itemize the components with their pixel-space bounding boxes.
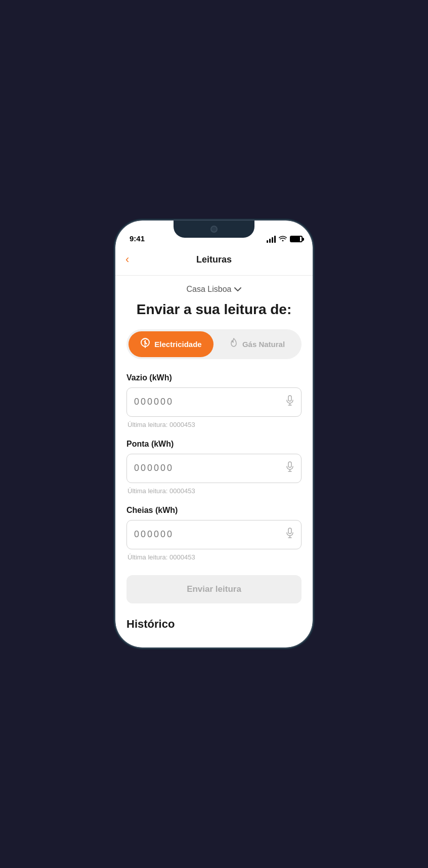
input-wrapper-1 xyxy=(126,454,302,483)
electricity-tab[interactable]: Electricidade xyxy=(129,331,213,357)
gas-tab[interactable]: Gás Natural xyxy=(215,331,299,357)
back-button[interactable]: ‹ xyxy=(125,251,133,268)
phone-frame: 9:41 xyxy=(115,221,313,647)
last-reading-0: Última leitura: 0000453 xyxy=(127,421,302,428)
chevron-down-icon xyxy=(234,285,241,293)
field-group-1: Ponta (kWh) Última leitura: 0000453 xyxy=(126,440,302,495)
field-group-2: Cheias (kWh) Última leitura: 0000453 xyxy=(126,506,302,561)
field-label-0: Vazio (kWh) xyxy=(126,373,302,382)
svg-rect-1 xyxy=(288,396,291,401)
mic-icon-1[interactable] xyxy=(286,461,294,475)
svg-rect-4 xyxy=(288,462,291,467)
svg-rect-7 xyxy=(288,528,291,534)
field-input-2[interactable] xyxy=(134,529,286,540)
submit-button[interactable]: Enviar leitura xyxy=(126,575,302,603)
mic-icon-2[interactable] xyxy=(286,528,294,541)
input-wrapper-0 xyxy=(126,387,302,417)
main-title: Enviar a sua leitura de: xyxy=(126,301,302,318)
camera xyxy=(210,226,218,233)
battery-icon xyxy=(290,236,303,242)
field-input-0[interactable] xyxy=(134,397,286,407)
status-icons xyxy=(267,235,303,243)
electricity-label: Electricidade xyxy=(154,340,201,349)
electricity-icon xyxy=(140,337,150,351)
location-selector[interactable]: Casa Lisboa xyxy=(126,276,302,298)
last-reading-1: Última leitura: 0000453 xyxy=(127,487,302,495)
page-title: Leituras xyxy=(196,254,232,265)
header: ‹ Leituras xyxy=(115,246,313,276)
field-label-2: Cheias (kWh) xyxy=(126,506,302,515)
phone-screen: 9:41 xyxy=(115,221,313,647)
wifi-icon xyxy=(279,235,287,243)
history-title: Histórico xyxy=(126,618,302,631)
main-content: Casa Lisboa Enviar a sua leitura de: xyxy=(115,276,313,647)
field-label-1: Ponta (kWh) xyxy=(126,440,302,449)
signal-icon xyxy=(267,236,276,243)
mic-icon-0[interactable] xyxy=(286,395,294,409)
last-reading-2: Última leitura: 0000453 xyxy=(127,553,302,561)
field-group-0: Vazio (kWh) Última leitura: 0000453 xyxy=(126,373,302,428)
input-wrapper-2 xyxy=(126,520,302,549)
type-toggle: Electricidade Gás Natural xyxy=(126,329,302,359)
location-name: Casa Lisboa xyxy=(187,285,232,294)
gas-label: Gás Natural xyxy=(242,340,285,349)
notch xyxy=(174,221,254,238)
flame-icon xyxy=(229,337,238,351)
form-fields: Vazio (kWh) Última leitura: 0000453 Pont… xyxy=(126,373,302,561)
status-time: 9:41 xyxy=(130,234,145,243)
field-input-1[interactable] xyxy=(134,463,286,473)
